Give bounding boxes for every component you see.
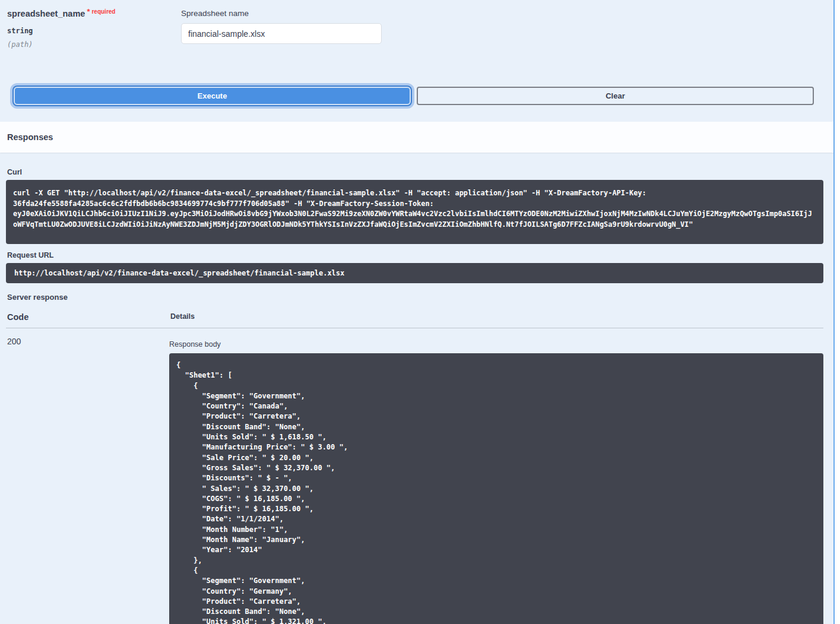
required-label: required <box>91 8 115 15</box>
responses-section-header: Responses <box>0 122 833 153</box>
curl-label: Curl <box>7 168 823 176</box>
clear-button[interactable]: Clear <box>417 87 814 105</box>
parameter-description: Spreadsheet name <box>181 9 382 18</box>
responses-title: Responses <box>7 132 53 142</box>
response-table-row: 200 Response body { "Sheet1": [ { "Segme… <box>6 328 823 624</box>
parameter-meta: spreadsheet_name*required string (path) <box>7 8 181 49</box>
execute-button[interactable]: Execute <box>14 87 411 105</box>
parameter-location: (path) <box>7 40 181 49</box>
response-body-json: { "Sheet1": [ { "Segment": "Government",… <box>169 353 823 624</box>
status-code: 200 <box>6 337 169 624</box>
server-response-label: Server response <box>7 293 823 302</box>
responses-body: Curl curl -X GET "http://localhost/api/v… <box>0 168 833 624</box>
response-body-label: Response body <box>169 340 823 349</box>
response-details-cell: Response body { "Sheet1": [ { "Segment":… <box>169 337 823 624</box>
parameters-section: spreadsheet_name*required string (path) … <box>0 0 833 49</box>
required-star: * <box>87 7 90 16</box>
execute-wrapper: Execute Clear <box>14 87 814 105</box>
parameter-name: spreadsheet_name <box>7 9 85 18</box>
parameter-type: string <box>7 27 181 35</box>
response-table-header: Code Details <box>6 312 823 328</box>
parameter-description-cell: Spreadsheet name <box>181 8 382 49</box>
spreadsheet-name-input[interactable] <box>181 23 382 44</box>
code-column-header: Code <box>7 312 170 322</box>
parameter-name-line: spreadsheet_name*required <box>7 8 181 19</box>
details-column-header: Details <box>170 312 823 322</box>
request-url-value: http://localhost/api/v2/finance-data-exc… <box>6 263 823 283</box>
curl-command-block: curl -X GET "http://localhost/api/v2/fin… <box>6 180 823 244</box>
server-response-table: Code Details 200 Response body { "Sheet1… <box>6 312 823 624</box>
request-url-label: Request URL <box>7 251 823 259</box>
api-operation-block: spreadsheet_name*required string (path) … <box>0 0 835 624</box>
